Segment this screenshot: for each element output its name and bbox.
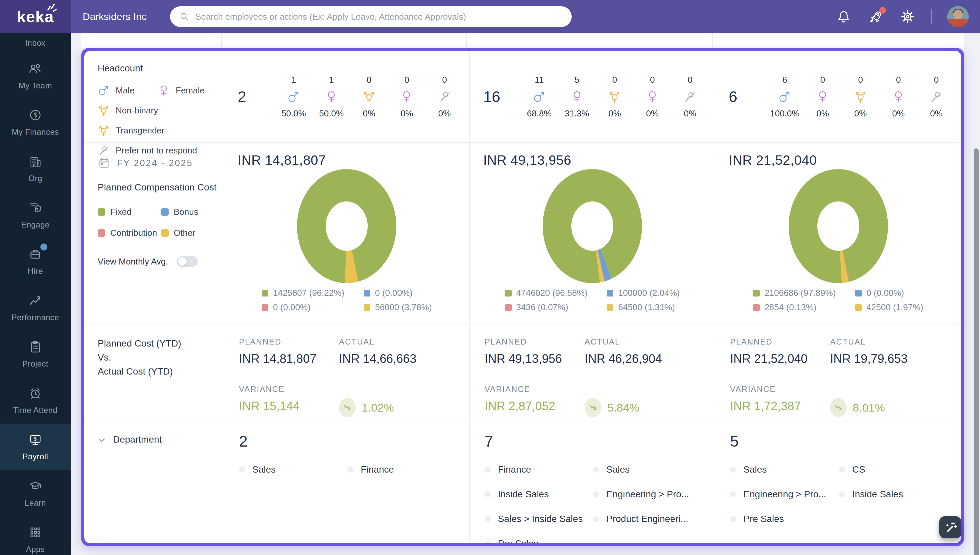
whats-new-button[interactable] bbox=[867, 8, 884, 25]
engage-icon bbox=[28, 201, 43, 215]
donut-hole bbox=[817, 201, 859, 251]
gender-count: 0 bbox=[687, 75, 692, 85]
legend-contribution: Contribution bbox=[98, 228, 161, 238]
sidebar-item-my-team[interactable]: My Team bbox=[0, 53, 71, 99]
header-divider bbox=[931, 9, 932, 24]
legend-swatch bbox=[364, 290, 370, 297]
sidebar-item-time-attend[interactable]: Time Attend bbox=[0, 377, 71, 423]
nonbinary-icon bbox=[362, 90, 376, 103]
department-item: Sales bbox=[730, 464, 839, 475]
gender-count: 0 bbox=[367, 75, 371, 85]
sidebar-item-inbox[interactable]: Inbox bbox=[0, 34, 71, 53]
legend-male-label: Male bbox=[116, 85, 134, 96]
donut-legend-item: 2854 (0.13%) bbox=[753, 302, 836, 313]
compensation-total: INR 21,52,040 bbox=[729, 153, 817, 168]
department-item: Engineering > Pro... bbox=[593, 489, 701, 500]
ai-assistant-button[interactable] bbox=[939, 516, 961, 538]
department-item: Inside Sales bbox=[484, 489, 593, 500]
sidebar-item-learn[interactable]: Learn bbox=[0, 470, 71, 516]
sidebar-item-engage[interactable]: Engage bbox=[0, 192, 71, 238]
variance-value: INR 2,87,052 bbox=[484, 399, 585, 413]
hire-badge-dot bbox=[40, 244, 47, 250]
legend-bonus: Bonus bbox=[161, 207, 214, 217]
sidebar-item-label: Inbox bbox=[25, 38, 45, 48]
sidebar-item-performance[interactable]: Performance bbox=[0, 284, 71, 331]
planned-label: PLANNED bbox=[239, 337, 339, 346]
legend-value: 2854 (0.13%) bbox=[764, 302, 816, 313]
legend-transgender-label: Transgender bbox=[116, 125, 164, 136]
department-cell: 5 Sales CS Engineering > Pro... Inside S… bbox=[715, 422, 961, 546]
gender-stat: 0 0% bbox=[636, 75, 668, 119]
department-items: Sales Finance bbox=[239, 464, 456, 475]
actual-value: INR 46,26,904 bbox=[585, 352, 702, 366]
donut-legend-item: 3436 (0.07%) bbox=[505, 302, 588, 313]
gender-count: 6 bbox=[782, 75, 787, 85]
gender-stat: 0 0% bbox=[807, 75, 839, 119]
contribution-label: Contribution bbox=[110, 228, 157, 238]
legend-value: 64500 (1.31%) bbox=[618, 302, 675, 313]
department-items: Finance Sales Inside Sales Engineering >… bbox=[484, 464, 702, 546]
comp-cost-legend: Fixed Bonus Contribution Other bbox=[98, 207, 214, 238]
other-label: Other bbox=[174, 228, 195, 238]
hire-icon bbox=[28, 247, 43, 261]
sidebar-item-project[interactable]: Project bbox=[0, 331, 71, 377]
bullet-dot bbox=[839, 491, 845, 497]
gender-stat: 11 68.8% bbox=[523, 75, 555, 119]
gender-stat: 1 50.0% bbox=[315, 75, 347, 119]
sidebar-item-hire[interactable]: Hire bbox=[0, 238, 71, 284]
legend-swatch bbox=[505, 290, 512, 297]
department-header-cell: Department bbox=[84, 422, 224, 546]
sidebar-item-apps[interactable]: Apps bbox=[0, 516, 71, 555]
logo-spark-icon bbox=[46, 3, 58, 13]
department-name: Inside Sales bbox=[498, 489, 549, 500]
monthly-avg-toggle[interactable] bbox=[177, 256, 198, 267]
legend-value: 4746020 (96.58%) bbox=[516, 288, 588, 298]
department-name: Finance bbox=[361, 464, 394, 475]
compensation-donut-chart[interactable] bbox=[543, 169, 642, 283]
department-count: 5 bbox=[730, 432, 948, 450]
scrollbar-thumb[interactable] bbox=[974, 148, 978, 555]
gender-count: 0 bbox=[858, 75, 863, 85]
search-input[interactable] bbox=[195, 12, 563, 22]
sidebar-item-my-finances[interactable]: $ My Finances bbox=[0, 99, 71, 146]
keka-logo[interactable]: keka bbox=[0, 0, 71, 34]
global-search[interactable] bbox=[170, 6, 572, 27]
trend-down-circle bbox=[830, 398, 847, 417]
legend-value: 2106686 (97.89%) bbox=[764, 288, 836, 298]
chevron-down-icon[interactable] bbox=[96, 435, 107, 446]
donut-legend-item: 64500 (1.31%) bbox=[607, 302, 679, 313]
sidebar-item-org[interactable]: Org bbox=[0, 146, 71, 192]
magic-wand-icon bbox=[943, 520, 958, 535]
variance-percent-block: 1.02% bbox=[339, 385, 456, 417]
department-item: Finance bbox=[347, 464, 456, 475]
gender-percent: 50.0% bbox=[319, 108, 344, 119]
column-divider bbox=[221, 34, 222, 48]
female-icon bbox=[158, 84, 169, 96]
sidebar-item-payroll[interactable]: $ Payroll bbox=[0, 423, 71, 470]
compensation-cell: INR 14,81,807 1425807 (96.22%) 0 (0.00%)… bbox=[224, 143, 470, 324]
settings-button[interactable] bbox=[899, 8, 916, 25]
actual-block: ACTUAL INR 19,79,653 bbox=[830, 337, 948, 366]
department-item: Pre Sales bbox=[484, 538, 593, 546]
svg-text:$: $ bbox=[34, 112, 37, 119]
department-count: 7 bbox=[484, 432, 702, 450]
compensation-cell: INR 21,52,040 2106686 (97.89%) 0 (0.00%)… bbox=[715, 143, 961, 324]
donut-legend-item: 1425807 (96.22%) bbox=[262, 288, 344, 298]
department-name: CS bbox=[852, 464, 865, 475]
gender-stat: 1 50.0% bbox=[278, 75, 310, 119]
compensation-donut-chart[interactable] bbox=[297, 169, 396, 283]
legend-female: Female bbox=[158, 84, 205, 96]
gender-percent: 0% bbox=[930, 108, 943, 119]
fiscal-year: FY 2024 - 2025 bbox=[98, 157, 224, 169]
variance-block: VARIANCE INR 1,72,387 bbox=[730, 385, 830, 417]
bullet-dot bbox=[347, 467, 353, 473]
compensation-donut-chart[interactable] bbox=[789, 169, 888, 283]
sidebar-nav: Inbox My Team $ My Finances Org Engage H… bbox=[0, 34, 71, 555]
legend-value: 0 (0.00%) bbox=[375, 288, 412, 298]
notifications-button[interactable] bbox=[835, 8, 852, 25]
department-item: Sales > Inside Sales bbox=[484, 514, 593, 525]
bullet-dot bbox=[484, 491, 491, 497]
avatar[interactable] bbox=[947, 6, 969, 27]
planned-block: PLANNED INR 14,81,807 bbox=[239, 337, 339, 366]
department-name: Engineering > Pro... bbox=[743, 489, 826, 500]
